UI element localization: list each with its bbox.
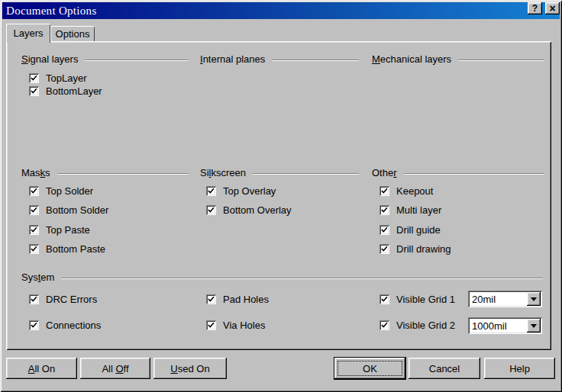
header-system: System	[21, 272, 543, 282]
checkbox-multi-layer[interactable]: Multi layer	[380, 204, 441, 216]
check-icon	[381, 322, 388, 329]
checkbox[interactable]	[29, 294, 39, 304]
divider	[85, 59, 189, 61]
checkbox[interactable]	[29, 186, 39, 196]
checkbox-drc-errors[interactable]: DRC Errors	[29, 294, 97, 305]
check-icon	[381, 188, 388, 194]
checkbox-top-paste[interactable]: Top Paste	[29, 224, 90, 236]
ok-button[interactable]: OK	[334, 358, 405, 379]
divider	[458, 59, 544, 61]
check-icon	[31, 296, 37, 303]
checkbox-top-solder[interactable]: Top Solder	[29, 185, 93, 197]
checkbox[interactable]	[380, 205, 389, 215]
check-icon	[208, 322, 215, 329]
combo-visible-grid-2[interactable]: 1000mil	[468, 317, 542, 334]
used-on-button[interactable]: Used On	[153, 358, 227, 379]
chevron-down-icon	[531, 297, 537, 301]
check-icon	[31, 227, 37, 233]
check-icon	[31, 207, 37, 214]
checkbox[interactable]	[206, 294, 216, 304]
checkbox-bottom-solder[interactable]: Bottom Solder	[29, 204, 108, 216]
checkbox-drill-drawing[interactable]: Drill drawing	[380, 243, 451, 255]
check-icon	[31, 75, 37, 82]
divider	[61, 278, 543, 279]
check-icon	[31, 88, 37, 95]
checkbox[interactable]	[206, 186, 216, 196]
dropdown-button[interactable]	[527, 319, 541, 333]
header-other: Other	[372, 167, 544, 178]
checkbox[interactable]	[380, 244, 389, 254]
cancel-button[interactable]: Cancel	[409, 358, 480, 379]
checkbox[interactable]	[380, 225, 389, 235]
check-icon	[381, 227, 388, 233]
checkbox-bottomlayer[interactable]: BottomLayer	[29, 85, 102, 97]
checkbox[interactable]	[380, 320, 389, 330]
window-title: Document Options	[6, 5, 97, 18]
tab-options-label: Options	[56, 28, 90, 40]
titlebar[interactable]: Document Options	[2, 2, 560, 19]
header-masks: Masks	[21, 167, 189, 178]
header-internal-planes: Internal planes	[200, 53, 359, 64]
checkbox[interactable]	[380, 186, 389, 196]
document-options-dialog: Document Options ? × Layers Options Sign…	[0, 0, 562, 392]
checkbox-visible-grid-2[interactable]: Visible Grid 2	[380, 320, 455, 331]
checkbox[interactable]	[29, 320, 39, 330]
close-button[interactable]: ×	[545, 2, 560, 14]
checkbox[interactable]	[380, 294, 389, 304]
checkbox[interactable]	[29, 225, 39, 235]
checkbox[interactable]	[206, 205, 216, 215]
check-icon	[31, 188, 37, 194]
close-icon: ×	[549, 3, 555, 14]
checkbox-bottom-overlay[interactable]: Bottom Overlay	[206, 204, 292, 216]
checkbox-keepout[interactable]: Keepout	[380, 185, 433, 197]
check-icon	[31, 246, 37, 252]
header-mechanical-layers: Mechanical layers	[372, 53, 544, 64]
check-icon	[208, 207, 215, 214]
help-icon: ?	[532, 4, 538, 13]
checkbox-drill-guide[interactable]: Drill guide	[380, 224, 441, 236]
tab-layers[interactable]: Layers	[6, 24, 50, 43]
checkbox-visible-grid-1[interactable]: Visible Grid 1	[380, 294, 455, 305]
checkbox-pad-holes[interactable]: Pad Holes	[206, 294, 269, 305]
checkbox-toplayer[interactable]: TopLayer	[29, 72, 86, 84]
checkbox-connections[interactable]: Connections	[29, 320, 101, 331]
divider	[272, 59, 359, 61]
dropdown-button[interactable]	[527, 292, 541, 306]
divider	[253, 173, 359, 175]
checkbox[interactable]	[29, 205, 39, 215]
combo-value: 20mil	[472, 294, 496, 305]
header-silkscreen: Silkscreen	[200, 167, 359, 178]
checkbox[interactable]	[29, 86, 39, 96]
check-icon	[381, 207, 388, 214]
combo-value: 1000mil	[472, 320, 507, 332]
checkbox[interactable]	[29, 244, 39, 254]
chevron-down-icon	[531, 324, 537, 328]
tab-options[interactable]: Options	[50, 26, 95, 41]
check-icon	[208, 188, 215, 194]
divider	[404, 173, 544, 175]
tab-layers-label: Layers	[13, 27, 43, 39]
all-off-button[interactable]: All Off	[80, 358, 150, 379]
layers-tab-panel: Signal layers Internal planes Mechanical…	[6, 41, 551, 350]
check-icon	[381, 296, 388, 303]
checkbox[interactable]	[29, 73, 39, 83]
checkbox-bottom-paste[interactable]: Bottom Paste	[29, 243, 105, 255]
check-icon	[208, 296, 215, 303]
checkbox-top-overlay[interactable]: Top Overlay	[206, 185, 276, 197]
check-icon	[381, 246, 388, 252]
focus-rect	[338, 361, 402, 376]
header-signal-layers: Signal layers	[21, 53, 189, 64]
help-titlebar-button[interactable]: ?	[528, 2, 542, 14]
divider	[57, 173, 189, 175]
combo-visible-grid-1[interactable]: 20mil	[468, 291, 542, 307]
check-icon	[31, 322, 37, 329]
checkbox[interactable]	[206, 320, 216, 330]
help-button[interactable]: Help	[484, 358, 555, 379]
checkbox-via-holes[interactable]: Via Holes	[206, 320, 265, 331]
all-on-button[interactable]: All On	[6, 358, 77, 379]
